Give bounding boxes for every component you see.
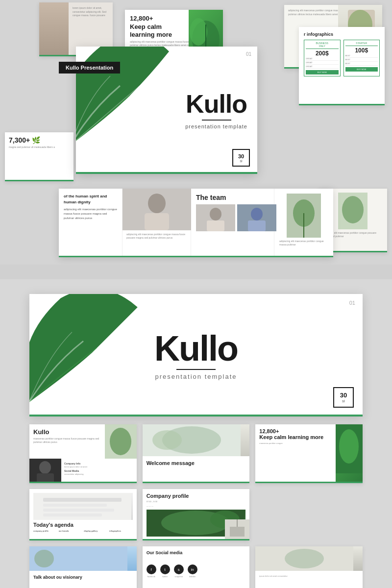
col-business-label: BUSINESSONLY: [306, 42, 339, 49]
buy-button-1[interactable]: BUY NOW: [306, 70, 339, 74]
team-main-col: The team: [191, 189, 274, 257]
svg-rect-10: [207, 220, 224, 231]
twitter-label: twitter: [162, 575, 168, 578]
green-accent-bar: [29, 415, 363, 416]
green-accent-bar: [143, 482, 250, 483]
snap-icon: s: [174, 564, 184, 574]
preview-slide-extra: ipsum dolor sit amet consectetur: [255, 546, 363, 588]
team-member-2: [237, 204, 276, 231]
slide-team: of the human spirit and human dignity ad…: [59, 189, 333, 257]
slide-agenda: Today's agenda company profile our brand…: [29, 489, 137, 540]
svg-point-1: [190, 18, 207, 46]
social-icon-facebook: f facebook: [147, 564, 156, 578]
stats-number: 7,300+ 🌿: [9, 136, 70, 144]
welcome-heading: Welcome message: [147, 460, 246, 466]
profile-plant-image: [105, 424, 137, 459]
showcase-main-text: Kullo presentation template: [154, 331, 238, 380]
preview-slide-social: Our Social media f facebook t twitter s …: [143, 546, 250, 588]
slide-text: lorem ipsum dolor sit amet, consectetur …: [69, 2, 113, 22]
col-starter-rows: BEST BEST BEST: [345, 54, 378, 66]
plant-image-right: [338, 193, 368, 229]
person-image: [39, 2, 69, 56]
slide-number: 01: [349, 300, 355, 306]
col-business-price: 200$: [306, 50, 339, 57]
bottom-section: Kullo presentation template 01 30 sl Kul…: [0, 279, 392, 588]
twitter-icon: t: [160, 564, 170, 574]
company-bottom-image: [225, 519, 249, 539]
svg-point-41: [34, 550, 54, 567]
main-title: Kullo: [185, 91, 247, 117]
svg-rect-32: [43, 509, 114, 512]
green-accent-bar: [143, 539, 250, 540]
profile-person-image: [29, 459, 61, 483]
main-subtitle: presentation template: [185, 123, 247, 129]
welcome-image: [143, 424, 250, 456]
kullo-label-badge: Kullo Presentation: [59, 62, 120, 74]
profile-bottom: Company Info lorem ipsum dolor sit amet …: [29, 459, 137, 483]
company-heading: Company profile: [147, 493, 246, 499]
timeline-item-4: infographics: [109, 530, 133, 532]
team-left-col: of the human spirit and human dignity ad…: [59, 189, 122, 257]
profile-body: maecenas porttitor congue massa fusce po…: [33, 437, 101, 444]
svg-point-28: [339, 429, 359, 464]
keepcalm-plant: [336, 424, 363, 482]
company-time-2: — — —: [147, 505, 246, 508]
timeline-item-2: our brands: [59, 530, 82, 532]
svg-rect-30: [43, 498, 122, 502]
top-section: lorem ipsum dolor sit amet, consectetur …: [0, 0, 392, 265]
col-starter: STARTER 100$ BEST BEST BEST BUY NOW: [343, 40, 380, 76]
team-heading: The team: [196, 194, 269, 201]
bottom-preview-row: Talk about ou visionary Our Social media…: [29, 546, 363, 588]
svg-rect-38: [230, 527, 245, 537]
preview-body-extra: ipsum dolor sit amet consectetur: [259, 575, 359, 578]
badge-unit: sl: [240, 159, 242, 163]
showcase-title: Kullo: [154, 331, 238, 366]
svg-point-9: [210, 208, 221, 220]
slides-grid: Kullo maecenas porttitor congue massa fu…: [29, 424, 363, 540]
green-accent-bar: [255, 482, 363, 483]
svg-point-20: [110, 428, 131, 455]
preview-slide-blue: Talk about ou visionary: [29, 546, 137, 588]
linkedin-icon: in: [188, 564, 197, 574]
svg-point-26: [152, 430, 182, 450]
preview-heading-social: Our Social media: [147, 550, 246, 555]
slide-infographics: r infographics BUSINESSONLY 200$ GREAT G…: [299, 27, 385, 105]
team-grid: [196, 204, 269, 231]
profile-title: Kullo: [33, 428, 101, 436]
team-body: adipiscing elit maecenas porttitor congu…: [64, 207, 117, 220]
linkedin-label: linkedin: [189, 575, 196, 578]
slide-company-profile: Company profile 07:30 – 9:30 — — —: [143, 489, 250, 540]
social-icons-grid: f facebook t twitter s snapchat in linke…: [143, 561, 250, 582]
preview-content-social: Our Social media: [143, 546, 250, 561]
buy-button-2[interactable]: BUY NOW: [345, 67, 378, 72]
social-icon-snap: s snapchat: [174, 564, 184, 578]
preview-image-1: [29, 546, 137, 571]
badge-number: 30: [238, 153, 244, 159]
svg-point-43: [285, 549, 324, 568]
team-member-1: [196, 204, 235, 231]
spirit-text: of the human spirit and human dignity: [64, 194, 117, 205]
company-info-label: Company Info: [64, 462, 134, 466]
social-icon-linkedin: in linkedin: [188, 564, 197, 578]
preview-content-1: Talk about ou visionary: [29, 571, 137, 585]
showcase-main-slide: Kullo presentation template 01 30 sl: [29, 294, 363, 416]
badge-unit: sl: [342, 399, 345, 403]
svg-point-12: [251, 208, 263, 220]
slide-number: 01: [246, 51, 251, 57]
welcome-text: Welcome message: [143, 456, 250, 470]
slide-welcome: Welcome message: [143, 424, 250, 483]
agenda-image: [33, 493, 133, 520]
stats-body: magna sed pulvinar ult malesuada libero …: [9, 146, 70, 149]
infographic-columns: BUSINESSONLY 200$ GREAT GREAT GREAT BUY …: [304, 40, 380, 76]
team-plant-image: [287, 194, 321, 238]
slides-badge: 30 sl: [333, 387, 354, 408]
team-mid-col: adipiscing elit maecenas porttitor congu…: [122, 189, 191, 257]
showcase-subtitle: presentation template: [154, 373, 238, 380]
green-accent-bar: [76, 172, 257, 174]
social-media-label: Social Media: [64, 469, 134, 473]
col-starter-label: STARTER: [345, 42, 378, 46]
svg-point-6: [148, 194, 166, 213]
slides-badge: 30 sl: [232, 149, 250, 167]
svg-rect-7: [145, 213, 169, 230]
mid-text: adipiscing elit maecenas porttitor congu…: [122, 230, 191, 242]
